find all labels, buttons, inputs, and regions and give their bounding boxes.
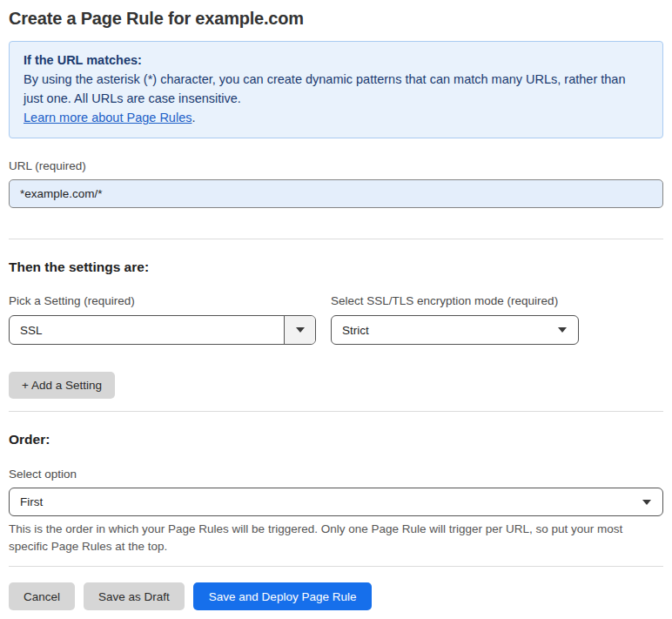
chevron-down-icon [284, 316, 315, 344]
divider [9, 566, 663, 567]
save-draft-button[interactable]: Save as Draft [84, 582, 185, 610]
settings-row: Pick a Setting (required) SSL Select SSL… [9, 294, 663, 345]
order-help-text: This is the order in which your Page Rul… [9, 521, 657, 555]
setting-picker-select[interactable]: SSL [9, 315, 316, 345]
info-box-link-line: Learn more about Page Rules. [24, 108, 648, 127]
ssl-mode-column: Select SSL/TLS encryption mode (required… [331, 294, 579, 345]
url-input[interactable] [9, 179, 663, 208]
order-select-value: First [10, 495, 642, 508]
order-select-label: Select option [9, 468, 663, 481]
order-section-heading: Order: [9, 431, 663, 448]
setting-picker-column: Pick a Setting (required) SSL [9, 294, 316, 345]
save-deploy-button[interactable]: Save and Deploy Page Rule [193, 582, 373, 610]
footer-actions: Cancel Save as Draft Save and Deploy Pag… [9, 582, 663, 610]
url-field-label: URL (required) [9, 159, 663, 173]
url-match-info-box: If the URL matches: By using the asteris… [9, 41, 663, 138]
setting-picker-value: SSL [10, 324, 284, 337]
chevron-down-icon [642, 500, 662, 505]
chevron-down-icon [558, 327, 578, 333]
add-setting-button[interactable]: + Add a Setting [9, 372, 115, 399]
setting-picker-label: Pick a Setting (required) [9, 294, 316, 308]
info-box-body: By using the asterisk (*) character, you… [24, 70, 648, 108]
learn-more-link[interactable]: Learn more about Page Rules [24, 111, 192, 124]
ssl-mode-select[interactable]: Strict [331, 315, 579, 345]
settings-section-heading: Then the settings are: [9, 259, 663, 276]
ssl-mode-value: Strict [332, 324, 558, 337]
info-box-heading: If the URL matches: [24, 50, 648, 70]
create-page-rule-form: Create a Page Rule for example.com If th… [0, 0, 672, 619]
link-suffix: . [192, 111, 195, 124]
divider [9, 239, 663, 239]
divider [9, 411, 663, 412]
cancel-button[interactable]: Cancel [9, 582, 75, 610]
page-title: Create a Page Rule for example.com [9, 7, 663, 30]
order-select[interactable]: First [9, 488, 663, 516]
ssl-mode-label: Select SSL/TLS encryption mode (required… [331, 294, 579, 308]
